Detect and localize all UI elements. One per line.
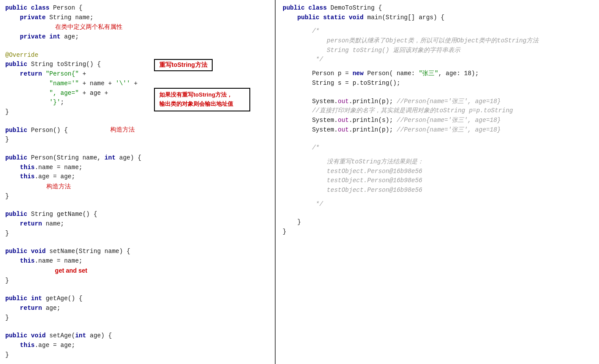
code-line: } [5, 313, 270, 323]
right-panel: public class DemoToString { public stati… [276, 0, 599, 364]
code-line: this.name = name; get and set [5, 257, 270, 276]
code-line: public class DemoToString { [283, 3, 594, 13]
code-line: } [283, 227, 594, 237]
code-line: public Person(String name, int age) { [5, 153, 270, 163]
code-line: } [5, 276, 270, 286]
annotation-constructor2: 构造方法 [46, 183, 71, 190]
code-comment: */ [283, 200, 594, 209]
code-line: System.out.println(s); //Person{name='张三… [283, 116, 594, 125]
left-panel: public class Person { private String nam… [0, 0, 276, 364]
code-line: Person p = new Person( name: "张三", age: … [283, 69, 594, 79]
code-line: this.age = age; [5, 341, 270, 350]
code-comment: 没有重写toString方法结果则是： [283, 157, 594, 167]
code-line: private String name; 在类中定义两个私有属性 [5, 13, 270, 32]
code-line: this.age = age; 构造方法 [5, 172, 270, 191]
code-line: return name; [5, 219, 270, 229]
code-line: return age; [5, 304, 270, 313]
code-line: } [5, 192, 270, 201]
code-comment: String toString() 返回该对象的字符串表示 [283, 46, 594, 55]
code-line: "name='" + name + '\'' + [5, 79, 270, 89]
code-line: private int age; [5, 32, 270, 42]
annotation-constructor1: 构造方法 [110, 126, 135, 134]
code-comment: /* [283, 27, 594, 36]
code-line: } [283, 218, 594, 227]
annotation-no-override: 如果没有重写toString方法，输出类的对象则会输出地址值 [159, 91, 233, 107]
code-line: return "Person{" + [5, 69, 270, 79]
code-line: String s = p.toString(); [283, 79, 594, 88]
code-line: } [5, 135, 270, 145]
code-line: public static void main(String[] args) { [283, 13, 594, 23]
code-comment: */ [283, 55, 594, 65]
code-line: public String toString() { [5, 60, 270, 69]
code-comment: person类默认继承了Object类，所以可以使用Object类中的toStr… [283, 36, 594, 46]
annotation-get-set: get and set [55, 267, 88, 274]
code-comment: /* [283, 143, 594, 153]
code-line: public int getAge() { [5, 294, 270, 304]
code-line: System.out.println(p); //Person{name='张三… [283, 125, 594, 135]
code-comment: testObject.Person@16b98e56 [283, 176, 594, 186]
code-line: public Person() { [5, 126, 270, 135]
code-comment: testObject.Person@16b98e56 [283, 167, 594, 177]
code-comment: //直接打印对象的名字，其实就是调用对象的toString p=p.toStri… [283, 106, 594, 116]
annotation-tostring: 重写toString方法 [159, 61, 207, 68]
code-line: public String getName() { [5, 210, 270, 219]
code-line: public void setAge(int age) { [5, 331, 270, 341]
code-line: System.out.println(p); //Person{name='张三… [283, 97, 594, 107]
code-line: public class Person { [5, 3, 270, 13]
code-line: public void setName(String name) { [5, 247, 270, 257]
code-comment: testObject.Person@16b98e56 [283, 186, 594, 195]
code-line: } [5, 229, 270, 239]
code-line: this.name = name; [5, 163, 270, 173]
code-line: @Override [5, 51, 270, 60]
code-line: } [5, 350, 270, 360]
